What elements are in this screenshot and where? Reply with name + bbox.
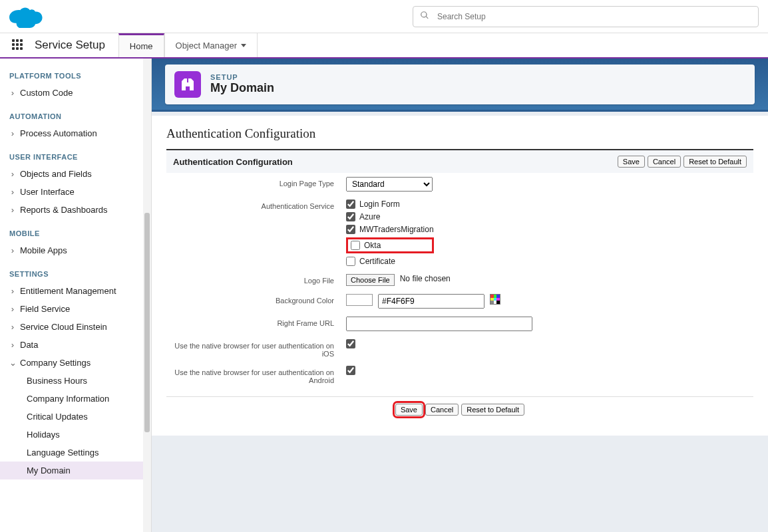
page-banner: SETUP My Domain	[152, 59, 768, 112]
auth-service-checkbox[interactable]	[346, 225, 355, 234]
reset-button-bottom[interactable]: Reset to Default	[461, 404, 524, 416]
search-setup[interactable]	[413, 6, 759, 27]
native-ios-label: Use the native browser for user authenti…	[173, 339, 346, 358]
sidebar-subitem-business-hours[interactable]: Business Hours	[0, 372, 151, 390]
sidebar: PLATFORM TOOLS ›Custom Code AUTOMATION ›…	[0, 59, 152, 532]
login-page-type-label: Login Page Type	[173, 177, 346, 192]
auth-service-option-label: Azure	[359, 212, 380, 221]
sidebar-scrollbar[interactable]	[143, 59, 151, 532]
auth-service-checkbox[interactable]	[351, 241, 360, 250]
sidebar-subitem-critical-updates[interactable]: Critical Updates	[0, 408, 151, 426]
auth-service-checkbox[interactable]	[346, 257, 355, 266]
salesforce-logo	[9, 5, 44, 29]
sidebar-item-mobile-apps[interactable]: ›Mobile Apps	[0, 241, 151, 259]
my-domain-icon	[174, 71, 201, 98]
auth-service-option-okta[interactable]: Okta	[346, 237, 434, 253]
choose-file-button[interactable]: Choose File	[346, 274, 395, 286]
page-heading: Authentication Configuration	[166, 126, 753, 141]
sidebar-section-automation: AUTOMATION	[0, 108, 151, 124]
login-page-type-select[interactable]: Standard	[346, 177, 433, 192]
chevron-down-icon	[241, 44, 246, 47]
auth-service-option-label: Okta	[364, 241, 381, 250]
auth-service-option-certificate[interactable]: Certificate	[346, 257, 434, 266]
auth-service-option-login-form[interactable]: Login Form	[346, 200, 434, 209]
reset-button-top[interactable]: Reset to Default	[683, 156, 747, 168]
auth-service-option-azure[interactable]: Azure	[346, 212, 434, 221]
sidebar-item-data[interactable]: ›Data	[0, 336, 151, 354]
page-title: My Domain	[210, 81, 274, 95]
sidebar-item-custom-code[interactable]: ›Custom Code	[0, 84, 151, 102]
sidebar-item-company-settings[interactable]: ⌄Company Settings	[0, 354, 151, 372]
sidebar-subitem-language-settings[interactable]: Language Settings	[0, 444, 151, 462]
auth-service-checkbox[interactable]	[346, 212, 355, 221]
search-icon	[420, 11, 435, 22]
sidebar-item-service-cloud-einstein[interactable]: ›Service Cloud Einstein	[0, 318, 151, 336]
navbar: Service Setup Home Object Manager	[0, 33, 768, 59]
app-title: Service Setup	[29, 33, 118, 57]
auth-service-checkbox[interactable]	[346, 200, 355, 209]
logo-file-label: Logo File	[173, 274, 346, 286]
tab-home[interactable]: Home	[118, 33, 164, 57]
auth-service-option-label: MWTradersMigration	[359, 225, 434, 234]
bg-color-input[interactable]	[378, 294, 484, 309]
sidebar-section-platform-tools: PLATFORM TOOLS	[0, 68, 151, 84]
app-launcher-icon[interactable]	[7, 33, 29, 57]
native-ios-checkbox[interactable]	[346, 339, 355, 348]
sidebar-item-reports-dashboards[interactable]: ›Reports & Dashboards	[0, 201, 151, 219]
tab-object-manager[interactable]: Object Manager	[164, 33, 258, 57]
right-frame-url-input[interactable]	[346, 317, 532, 331]
save-button-top[interactable]: Save	[618, 156, 645, 168]
cancel-button-bottom[interactable]: Cancel	[425, 404, 459, 416]
native-android-label: Use the native browser for user authenti…	[173, 366, 346, 384]
auth-service-option-label: Login Form	[359, 200, 400, 209]
page-eyebrow: SETUP	[210, 73, 274, 81]
sidebar-subitem-my-domain[interactable]: My Domain	[0, 462, 151, 479]
auth-service-option-mwtradersmigration[interactable]: MWTradersMigration	[346, 225, 434, 234]
sidebar-section-user-interface: USER INTERFACE	[0, 149, 151, 165]
topbar	[0, 0, 768, 33]
color-picker-icon[interactable]	[490, 294, 500, 305]
section-title: Authentication Configuration	[173, 157, 293, 167]
right-frame-url-label: Right Frame URL	[173, 317, 346, 331]
sidebar-item-objects-and-fields[interactable]: ›Objects and Fields	[0, 165, 151, 183]
sidebar-item-user-interface[interactable]: ›User Interface	[0, 183, 151, 201]
content-area: SETUP My Domain Authentication Configura…	[152, 59, 768, 532]
native-android-checkbox[interactable]	[346, 366, 355, 375]
search-input[interactable]	[435, 11, 751, 23]
sidebar-subitem-company-information[interactable]: Company Information	[0, 390, 151, 408]
sidebar-item-field-service[interactable]: ›Field Service	[0, 300, 151, 318]
sidebar-section-mobile: MOBILE	[0, 225, 151, 241]
auth-service-option-label: Certificate	[359, 257, 395, 266]
file-status: No file chosen	[400, 274, 451, 283]
auth-service-label: Authentication Service	[173, 200, 346, 266]
cancel-button-top[interactable]: Cancel	[648, 156, 681, 168]
auth-service-choices: Login FormAzureMWTradersMigrationOktaCer…	[346, 200, 434, 266]
bg-color-label: Background Color	[173, 294, 346, 309]
save-button-bottom[interactable]: Save	[395, 404, 423, 416]
sidebar-subitem-holidays[interactable]: Holidays	[0, 426, 151, 444]
auth-config-section: Authentication Configuration Save Cancel…	[166, 149, 753, 416]
sidebar-section-settings: SETTINGS	[0, 266, 151, 282]
sidebar-item-entitlement-management[interactable]: ›Entitlement Management	[0, 282, 151, 300]
bg-color-swatch[interactable]	[346, 294, 373, 306]
sidebar-item-process-automation[interactable]: ›Process Automation	[0, 124, 151, 142]
